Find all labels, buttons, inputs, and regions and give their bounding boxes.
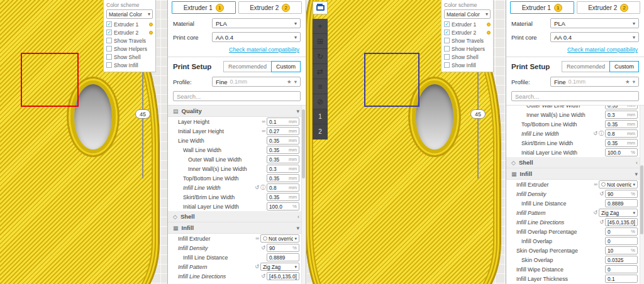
- checkbox-icon[interactable]: [106, 62, 112, 68]
- checkbox-icon[interactable]: [444, 46, 450, 52]
- setting-value-input[interactable]: 0.35mm: [267, 193, 299, 201]
- checkbox-icon[interactable]: [444, 62, 450, 68]
- colorscheme-item[interactable]: Show Travels: [106, 36, 153, 45]
- setting-value-input[interactable]: 0.8889: [605, 199, 638, 207]
- custom-button[interactable]: Custom: [609, 61, 639, 72]
- support-blocker-tool[interactable]: ⊘: [313, 94, 328, 109]
- toolbar-extruder-2-button[interactable]: 2: [313, 124, 328, 139]
- tab-extruder-2[interactable]: Extruder 2 2: [238, 1, 303, 14]
- recommended-button[interactable]: Recommended: [223, 61, 272, 72]
- move-tool[interactable]: +: [313, 19, 328, 34]
- setting-value-input[interactable]: 0: [605, 237, 638, 245]
- toolbar-extruder-1-button[interactable]: 1: [313, 109, 328, 124]
- printcore-dropdown[interactable]: AA 0.4 ▾: [212, 32, 301, 42]
- checkbox-checked-icon[interactable]: ✓: [106, 30, 112, 35]
- setting-value-input[interactable]: 0: [605, 265, 638, 273]
- checkbox-checked-icon[interactable]: ✓: [106, 21, 112, 27]
- color-scheme-dropdown[interactable]: Material Color ▾: [106, 9, 153, 19]
- setting-value-input[interactable]: 0.35mm: [267, 155, 299, 163]
- layer-slider[interactable]: 45: [142, 54, 143, 178]
- reset-icon[interactable]: ↺: [261, 273, 265, 279]
- colorscheme-item[interactable]: ✓Extruder 1: [444, 20, 491, 28]
- colorscheme-item[interactable]: Show Travels: [444, 36, 491, 45]
- setting-value-input[interactable]: 0.3mm: [605, 111, 638, 119]
- custom-button[interactable]: Custom: [271, 61, 301, 72]
- checkbox-icon[interactable]: [444, 54, 450, 60]
- check-material-compatibility-link[interactable]: Check material compatibility: [168, 44, 306, 57]
- setting-value-input[interactable]: 0%: [605, 227, 638, 236]
- tab-extruder-2[interactable]: Extruder 2 2: [577, 1, 641, 14]
- settings-category-quality[interactable]: ▤Quality▾: [168, 106, 306, 117]
- profile-dropdown[interactable]: Fine 0.1mm ★ ▾: [550, 77, 639, 87]
- colorscheme-item[interactable]: Show Infill: [106, 61, 153, 69]
- tab-extruder-1[interactable]: Extruder 1 1: [172, 1, 236, 14]
- setting-value-input[interactable]: 0.0325: [605, 256, 638, 264]
- settings-category-shell[interactable]: ◇Shell‹: [506, 157, 644, 168]
- colorscheme-item[interactable]: ✓Extruder 2: [106, 28, 153, 36]
- setting-value-input[interactable]: 0.35mm: [267, 136, 299, 145]
- setting-value-input[interactable]: 0.35mm: [605, 120, 638, 128]
- open-file-button[interactable]: [313, 1, 328, 14]
- setting-value-input[interactable]: 0.8mm: [605, 129, 638, 138]
- per-model-settings-tool[interactable]: ≡: [313, 79, 328, 94]
- scrollbar-thumb[interactable]: [302, 109, 305, 178]
- scale-tool[interactable]: ⊞: [313, 34, 328, 49]
- setting-value-input[interactable]: [45.0,135.0]: [605, 218, 638, 226]
- colorscheme-item[interactable]: Show Shell: [106, 53, 153, 61]
- setting-select[interactable]: Zig Zag▾: [260, 263, 299, 271]
- colorscheme-item[interactable]: Show Helpers: [106, 45, 153, 53]
- mirror-tool[interactable]: ⇄: [313, 64, 328, 79]
- setting-select[interactable]: Not overrid...▾: [260, 234, 299, 243]
- reset-icon[interactable]: ↺: [261, 245, 265, 251]
- setting-value-input[interactable]: [45.0,135.0]: [267, 272, 299, 280]
- recommended-button[interactable]: Recommended: [562, 61, 610, 72]
- setting-value-input[interactable]: 10%: [605, 246, 638, 254]
- colorscheme-item[interactable]: ✓Extruder 1: [106, 20, 153, 28]
- material-dropdown[interactable]: PLA ▾: [550, 18, 639, 28]
- setting-value-input[interactable]: 0.35mm: [267, 146, 299, 154]
- layer-slider-handle[interactable]: 45: [135, 109, 150, 119]
- setting-value-input[interactable]: 90%: [267, 244, 299, 252]
- color-scheme-dropdown[interactable]: Material Color ▾: [444, 9, 491, 19]
- settings-category-shell[interactable]: ◇Shell‹: [168, 211, 306, 222]
- checkbox-icon[interactable]: [106, 38, 112, 43]
- setting-value-input[interactable]: 100.0%: [605, 148, 638, 156]
- checkbox-checked-icon[interactable]: ✓: [444, 30, 450, 35]
- settings-category-infill[interactable]: ▦Infill▾: [506, 168, 644, 180]
- checkbox-checked-icon[interactable]: ✓: [444, 21, 450, 27]
- setting-select[interactable]: Not overrid...▾: [599, 180, 638, 188]
- checkbox-icon[interactable]: [106, 46, 112, 52]
- setting-value-input[interactable]: 0.3mm: [267, 165, 299, 173]
- setting-value-input[interactable]: 0.8mm: [267, 183, 299, 192]
- setting-value-input[interactable]: 0.35mm: [605, 105, 638, 109]
- tab-extruder-1[interactable]: Extruder 1 1: [510, 1, 574, 14]
- setting-value-input[interactable]: 0.1: [605, 275, 638, 283]
- colorscheme-item[interactable]: Show Infill: [444, 61, 491, 69]
- setting-value-input[interactable]: 0.27mm: [267, 127, 299, 135]
- settings-category-infill[interactable]: ▦Infill▾: [168, 222, 306, 234]
- layer-slider-handle[interactable]: 45: [470, 109, 486, 119]
- scrollbar-thumb[interactable]: [640, 165, 643, 234]
- layer-slider[interactable]: 45: [477, 54, 479, 178]
- reset-icon[interactable]: ↺: [593, 210, 597, 216]
- search-input[interactable]: [515, 93, 635, 100]
- setting-value-input[interactable]: 0.1mm: [267, 117, 299, 126]
- checkbox-icon[interactable]: [106, 54, 112, 60]
- reset-icon[interactable]: ↺: [255, 264, 259, 270]
- reset-icon[interactable]: ↺: [599, 219, 604, 225]
- printcore-dropdown[interactable]: AA 0.4 ▾: [550, 32, 639, 42]
- colorscheme-item[interactable]: Show Helpers: [444, 45, 491, 53]
- search-input[interactable]: [177, 93, 297, 100]
- scrollbar[interactable]: [640, 106, 644, 284]
- setting-value-input[interactable]: 90%: [605, 190, 638, 198]
- reset-icon[interactable]: ↺: [599, 191, 604, 197]
- material-dropdown[interactable]: PLA ▾: [212, 18, 301, 28]
- check-material-compatibility-link[interactable]: Check material compatibility: [506, 44, 644, 57]
- reset-icon[interactable]: ↺: [593, 131, 597, 136]
- setting-value-input[interactable]: 0.35mm: [267, 174, 299, 182]
- colorscheme-item[interactable]: ✓Extruder 2: [444, 28, 491, 36]
- rotate-tool[interactable]: ↻: [313, 49, 328, 64]
- colorscheme-item[interactable]: Show Shell: [444, 53, 491, 61]
- setting-select[interactable]: Zig Zag▾: [599, 209, 638, 217]
- reset-icon[interactable]: ↺: [255, 185, 259, 190]
